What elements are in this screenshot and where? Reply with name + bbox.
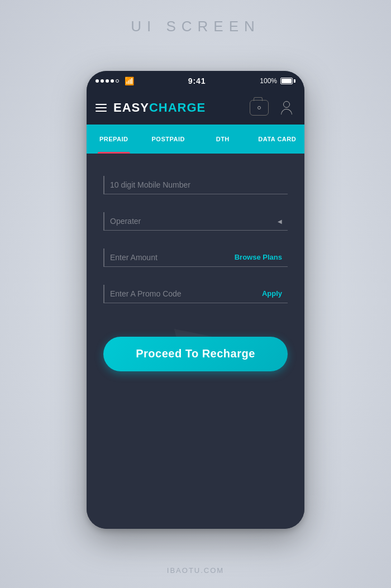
hamburger-menu[interactable] (96, 104, 107, 112)
hamburger-line-2 (96, 107, 107, 108)
page-watermark: IBAOTU.COM (167, 566, 224, 575)
signal-dot-3 (106, 79, 109, 83)
wallet-icon[interactable] (250, 100, 269, 116)
tab-postpaid-label: POSTPAID (152, 136, 185, 142)
tab-datacard-label: DATA CARD (258, 136, 296, 142)
amount-input[interactable] (104, 248, 235, 266)
status-right: 100% (260, 77, 295, 85)
signal-dot-4 (111, 79, 114, 83)
wallet-dot (258, 106, 261, 109)
operator-input-wrapper: ◀ (103, 212, 288, 231)
tab-postpaid[interactable]: POSTPAID (141, 125, 196, 154)
mobile-input-group (103, 176, 288, 194)
header-right (250, 99, 295, 117)
signal-dot-5 (116, 79, 119, 83)
wifi-icon: 📶 (125, 77, 134, 85)
hamburger-line-1 (96, 104, 107, 105)
user-head (283, 101, 290, 108)
tab-datacard[interactable]: DATA CARD (250, 125, 305, 154)
tab-dth[interactable]: DTH (196, 125, 250, 154)
app-header: EASYCHARGE (87, 91, 304, 125)
amount-input-group: Browse Plans (103, 248, 288, 267)
promo-input-group: Apply (103, 285, 288, 303)
operator-input-group: ◀ (103, 212, 288, 231)
main-content: ▶ ◀ Browse Plans (87, 154, 304, 529)
proceed-to-recharge-button[interactable]: Proceed To Recharge (103, 337, 288, 371)
logo-easy: EASY (113, 101, 149, 114)
status-left: 📶 (96, 77, 134, 85)
signal-dot-1 (96, 79, 99, 83)
user-body (281, 109, 292, 114)
signal-dots (96, 79, 119, 83)
battery-icon (280, 78, 295, 84)
tab-bar: PREPAID POSTPAID DTH DATA CARD (87, 125, 304, 154)
signal-dot-2 (101, 79, 104, 83)
status-bar: 📶 9:41 100% (87, 71, 304, 91)
apply-button[interactable]: Apply (262, 289, 288, 298)
hamburger-line-3 (96, 111, 107, 112)
page-title: UI SCREEN (131, 18, 260, 35)
mobile-input-wrapper (103, 176, 288, 194)
proceed-btn-area: Proceed To Recharge (87, 326, 304, 383)
battery-percent: 100% (260, 77, 277, 85)
battery-fill (282, 79, 292, 83)
amount-input-wrapper: Browse Plans (103, 248, 288, 267)
battery-tip (294, 79, 295, 83)
app-logo: EASYCHARGE (113, 101, 206, 115)
mobile-input[interactable] (104, 176, 288, 194)
user-icon[interactable] (278, 99, 295, 117)
battery-body (280, 78, 293, 84)
tab-dth-label: DTH (216, 136, 230, 142)
promo-input[interactable] (104, 285, 262, 303)
promo-input-wrapper: Apply (103, 285, 288, 303)
tab-prepaid[interactable]: PREPAID (87, 125, 141, 154)
tab-prepaid-label: PREPAID (99, 136, 128, 142)
phone-frame: 📶 9:41 100% EASYCHARGE (87, 71, 304, 529)
form-area: ◀ Browse Plans Apply (87, 154, 304, 320)
browse-plans-button[interactable]: Browse Plans (235, 253, 288, 261)
operator-dropdown-arrow: ◀ (278, 218, 282, 224)
header-left: EASYCHARGE (96, 101, 206, 115)
status-time: 9:41 (188, 77, 206, 85)
operator-input[interactable] (104, 212, 288, 230)
logo-charge: CHARGE (149, 101, 206, 114)
